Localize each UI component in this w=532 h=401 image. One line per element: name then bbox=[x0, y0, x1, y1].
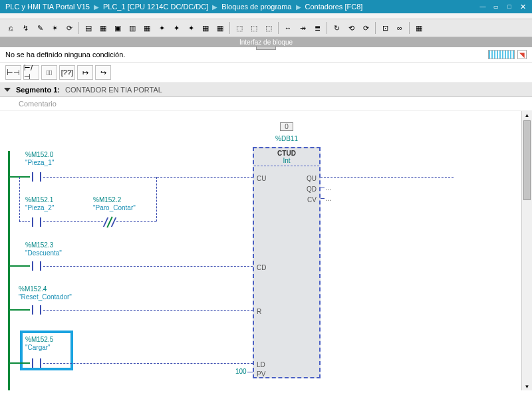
db-index: 0 bbox=[280, 122, 293, 131]
breadcrumb: PLC y HMI TIA Portal V15 ▶ PLC_1 [CPU 12… bbox=[5, 3, 362, 11]
tb-btn-19[interactable]: ↔ bbox=[281, 21, 295, 35]
contact-nc-button[interactable]: ⊢/⊣ bbox=[23, 65, 39, 80]
tb-btn-15[interactable]: ▦ bbox=[213, 21, 227, 35]
ladder-toolbar: ⊢⊣ ⊢/⊣ ⟶⃝ [??] ↦ ↪ bbox=[0, 63, 532, 83]
tb-btn-12[interactable]: ✦ bbox=[170, 21, 183, 35]
barcode-icon[interactable] bbox=[488, 50, 515, 59]
contact-reset[interactable] bbox=[30, 305, 43, 315]
tb-btn-22[interactable]: ↻ bbox=[330, 21, 343, 35]
contact-cargar[interactable] bbox=[30, 358, 43, 368]
vertical-scrollbar[interactable]: ▲ ▼ bbox=[521, 111, 532, 390]
wire bbox=[116, 221, 156, 222]
wire bbox=[43, 266, 253, 267]
window-controls bbox=[479, 3, 527, 11]
restore-button[interactable] bbox=[492, 3, 500, 11]
tb-btn-27[interactable]: ▦ bbox=[412, 21, 426, 35]
network-subtitle: CONTADOR EN TIA PORTAL bbox=[65, 86, 162, 94]
tb-btn-21[interactable]: ≣ bbox=[311, 21, 324, 35]
wire bbox=[321, 177, 454, 178]
tb-btn-1[interactable]: ⎌ bbox=[4, 21, 17, 35]
tb-btn-3[interactable]: ✎ bbox=[33, 21, 47, 35]
wire-v bbox=[156, 177, 157, 221]
pin-ld: LD bbox=[257, 361, 265, 368]
tb-btn-18[interactable]: ⬚ bbox=[262, 21, 275, 35]
tb-btn-23[interactable]: ⟲ bbox=[344, 21, 358, 35]
contact-no-button[interactable]: ⊢⊣ bbox=[5, 65, 21, 80]
wire bbox=[43, 310, 253, 311]
contact-paro-contar[interactable] bbox=[103, 217, 116, 227]
block-interface-header[interactable]: Interfaz de bloque bbox=[0, 37, 532, 47]
wire bbox=[43, 363, 253, 364]
cv-placeholder: ... bbox=[326, 195, 331, 202]
tb-btn-25[interactable]: ⊡ bbox=[378, 21, 392, 35]
close-button[interactable] bbox=[519, 3, 527, 11]
block-type: Int bbox=[283, 157, 290, 164]
collapse-toggle[interactable] bbox=[4, 88, 11, 92]
tb-btn-14[interactable]: ▦ bbox=[199, 21, 212, 35]
tb-btn-7[interactable]: ▦ bbox=[96, 21, 110, 35]
qd-placeholder: ... bbox=[326, 184, 331, 192]
tb-btn-8[interactable]: ▣ bbox=[111, 21, 124, 35]
box-button[interactable]: [??] bbox=[59, 65, 75, 80]
network-comment[interactable]: Comentario bbox=[0, 97, 532, 111]
tb-btn-2[interactable]: ↯ bbox=[19, 21, 32, 35]
ladder-editor[interactable]: 0 %DB11 "Contador_1" CTUD Int CU CD R LD… bbox=[0, 111, 521, 390]
tb-btn-17[interactable]: ⬚ bbox=[247, 21, 261, 35]
tb-btn-16[interactable]: ⬚ bbox=[233, 21, 246, 35]
chevron-right-icon: ▶ bbox=[94, 3, 99, 11]
coil-button[interactable]: ⟶⃝ bbox=[41, 65, 57, 80]
tag-descuenta[interactable]: %M152.3 "Descuenta" bbox=[25, 241, 62, 257]
pin-cd: CD bbox=[257, 264, 266, 271]
wire-v bbox=[19, 177, 20, 221]
wire bbox=[321, 188, 325, 188]
scroll-up-button[interactable]: ▲ bbox=[522, 111, 532, 119]
contact-descuenta[interactable] bbox=[30, 261, 43, 271]
contact-pieza1[interactable] bbox=[30, 172, 43, 182]
tb-btn-9[interactable]: ▥ bbox=[126, 21, 139, 35]
wire bbox=[19, 221, 30, 222]
pin-cu: CU bbox=[257, 175, 266, 182]
branch-close-button[interactable]: ↪ bbox=[95, 65, 111, 80]
tb-btn-11[interactable]: ✦ bbox=[155, 21, 168, 35]
splitter-handle[interactable] bbox=[256, 46, 276, 50]
breadcrumb-item[interactable]: Contadores [FC8] bbox=[305, 3, 363, 11]
tb-btn-6[interactable]: ▤ bbox=[82, 21, 95, 35]
breadcrumb-item[interactable]: PLC_1 [CPU 1214C DC/DC/DC] bbox=[103, 3, 208, 11]
tb-btn-24[interactable]: ⟳ bbox=[359, 21, 372, 35]
tag-reset[interactable]: %M152.4 "Reset_Contador" bbox=[19, 285, 72, 301]
minimize-button[interactable] bbox=[479, 3, 487, 11]
wire bbox=[43, 221, 103, 222]
chevron-right-icon: ▶ bbox=[296, 3, 301, 11]
maximize-button[interactable] bbox=[505, 3, 513, 11]
contact-pieza2[interactable] bbox=[30, 217, 43, 227]
tag-paro-contar[interactable]: %M152.2 "Paro_Contar" bbox=[93, 196, 136, 212]
tb-btn-13[interactable]: ✦ bbox=[184, 21, 198, 35]
tag-pieza2[interactable]: %M152.1 "Pieza_2" bbox=[25, 196, 54, 212]
breadcrumb-item[interactable]: Bloques de programa bbox=[221, 3, 291, 11]
tb-btn-20[interactable]: ↠ bbox=[296, 21, 309, 35]
tb-btn-5[interactable]: ⟳ bbox=[63, 21, 76, 35]
pin-qd: QD bbox=[307, 186, 317, 193]
power-rail bbox=[8, 151, 10, 390]
title-bar: PLC y HMI TIA Portal V15 ▶ PLC_1 [CPU 12… bbox=[0, 0, 532, 13]
scroll-thumb[interactable] bbox=[523, 120, 531, 200]
breadcrumb-item[interactable]: PLC y HMI TIA Portal V15 bbox=[5, 3, 90, 11]
tb-btn-10[interactable]: ▦ bbox=[140, 21, 154, 35]
wire bbox=[43, 177, 253, 178]
alert-icon[interactable]: ◥ bbox=[517, 50, 527, 59]
tb-btn-4[interactable]: ✶ bbox=[48, 21, 61, 35]
pin-pv: PV bbox=[257, 370, 265, 378]
block-name: CTUD bbox=[277, 150, 296, 157]
branch-open-button[interactable]: ↦ bbox=[77, 65, 93, 80]
main-toolbar: ⎌ ↯ ✎ ✶ ⟳ ▤ ▦ ▣ ▥ ▦ ✦ ✦ ✦ ▦ ▦ ⬚ ⬚ ⬚ ↔ ↠ … bbox=[0, 19, 532, 37]
condition-message: No se ha definido ninguna condición. bbox=[5, 51, 125, 59]
block-interface-label: Interfaz de bloque bbox=[239, 39, 293, 46]
scroll-down-button[interactable]: ▼ bbox=[522, 382, 532, 390]
wire bbox=[321, 198, 325, 199]
ctud-block[interactable]: CTUD Int CU CD R LD PV QU QD CV bbox=[253, 147, 321, 378]
tag-cargar[interactable]: %M152.5 "Cargar" bbox=[25, 336, 53, 352]
tb-btn-26[interactable]: ∞ bbox=[393, 21, 406, 35]
network-header[interactable]: Segmento 1: CONTADOR EN TIA PORTAL bbox=[0, 83, 532, 97]
pin-r: R bbox=[257, 308, 261, 315]
tag-pieza1[interactable]: %M152.0 "Pieza_1" bbox=[25, 151, 54, 167]
